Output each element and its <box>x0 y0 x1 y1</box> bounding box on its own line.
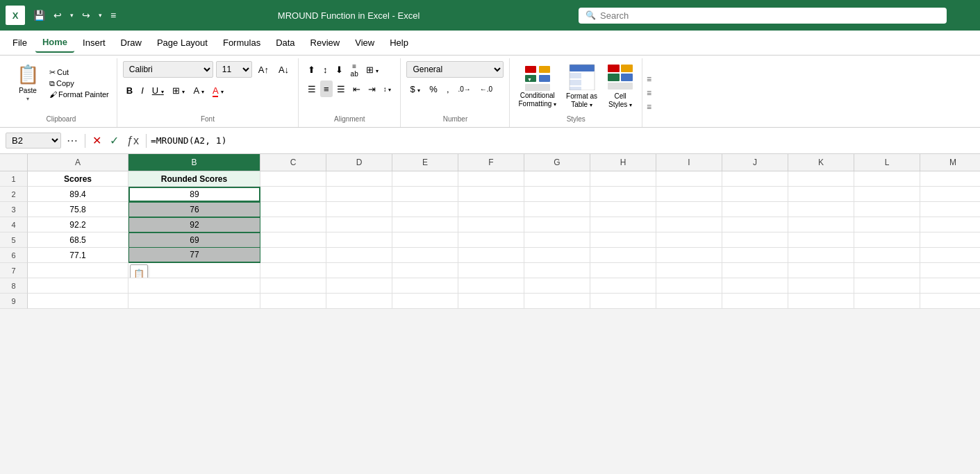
save-button[interactable]: 💾 <box>31 8 48 22</box>
cell-d6[interactable] <box>326 248 392 263</box>
undo-dropdown[interactable]: ▾ <box>67 10 76 20</box>
text-direction-button[interactable]: ↕ ▾ <box>380 81 395 97</box>
col-header-c[interactable]: C <box>260 154 326 171</box>
cell-f6[interactable] <box>458 248 524 263</box>
col-header-l[interactable]: L <box>854 154 920 171</box>
col-header-e[interactable]: E <box>392 154 458 171</box>
menu-insert[interactable]: Insert <box>76 33 113 52</box>
align-middle-button[interactable]: ↕ <box>319 61 331 78</box>
cell-l6[interactable] <box>854 248 920 263</box>
cell-j8[interactable] <box>722 278 788 294</box>
col-header-j[interactable]: J <box>722 154 788 171</box>
customize-quick-access[interactable]: ≡ <box>108 8 119 22</box>
conditional-formatting-button[interactable]: ▼ Conditional Formatting ▾ <box>515 62 559 111</box>
cell-i1[interactable] <box>656 171 722 187</box>
cell-d8[interactable] <box>326 278 392 294</box>
cell-g6[interactable] <box>524 248 590 263</box>
cell-a1[interactable]: Scores <box>28 171 128 187</box>
cell-j5[interactable] <box>722 232 788 248</box>
row-num-1[interactable]: 1 <box>0 171 28 187</box>
cell-h2[interactable] <box>590 187 656 202</box>
confirm-formula-button[interactable]: ✓ <box>107 133 122 149</box>
cell-d3[interactable] <box>326 202 392 217</box>
cell-d4[interactable] <box>326 217 392 232</box>
cut-button[interactable]: ✂ Cut <box>47 67 111 78</box>
cell-l4[interactable] <box>854 217 920 232</box>
cell-m1[interactable] <box>920 171 980 187</box>
cell-c5[interactable] <box>260 232 326 248</box>
cell-c2[interactable] <box>260 187 326 202</box>
col-header-d[interactable]: D <box>326 154 392 171</box>
align-right-button[interactable]: ☰ <box>333 81 349 97</box>
cell-a8[interactable] <box>28 278 128 294</box>
cell-k3[interactable] <box>788 202 854 217</box>
cell-m9[interactable] <box>920 294 980 309</box>
menu-formulas[interactable]: Formulas <box>216 33 267 52</box>
cell-f1[interactable] <box>458 171 524 187</box>
cell-e9[interactable] <box>392 294 458 309</box>
cell-g3[interactable] <box>524 202 590 217</box>
fill-color-button[interactable]: A ▾ <box>190 82 208 99</box>
cell-j7[interactable] <box>722 263 788 278</box>
cell-a9[interactable] <box>28 294 128 309</box>
cell-e6[interactable] <box>392 248 458 263</box>
cell-g4[interactable] <box>524 217 590 232</box>
font-color-button[interactable]: A ▾ <box>209 82 227 99</box>
increase-decimal-button[interactable]: ←.0 <box>476 81 496 97</box>
cell-m5[interactable] <box>920 232 980 248</box>
cell-d1[interactable] <box>326 171 392 187</box>
cell-k9[interactable] <box>788 294 854 309</box>
cell-l8[interactable] <box>854 278 920 294</box>
cell-c3[interactable] <box>260 202 326 217</box>
cell-h1[interactable] <box>590 171 656 187</box>
cell-k6[interactable] <box>788 248 854 263</box>
bold-button[interactable]: B <box>123 82 136 99</box>
cell-g2[interactable] <box>524 187 590 202</box>
cell-a4[interactable]: 92.2 <box>28 217 128 232</box>
cell-c6[interactable] <box>260 248 326 263</box>
cell-l9[interactable] <box>854 294 920 309</box>
cell-j4[interactable] <box>722 217 788 232</box>
paste-button[interactable]: 📋 Paste ▾ <box>11 61 44 105</box>
cancel-formula-button[interactable]: ✕ <box>90 133 104 149</box>
redo-button[interactable]: ↪ <box>79 8 93 22</box>
cell-k4[interactable] <box>788 217 854 232</box>
cell-e3[interactable] <box>392 202 458 217</box>
cell-i3[interactable] <box>656 202 722 217</box>
cell-reference-box[interactable]: B2 <box>6 133 61 149</box>
menu-file[interactable]: File <box>6 33 34 52</box>
cell-m7[interactable] <box>920 263 980 278</box>
cell-c4[interactable] <box>260 217 326 232</box>
row-num-2[interactable]: 2 <box>0 187 28 202</box>
cell-b1[interactable]: Rounded Scores <box>128 171 260 187</box>
copy-button[interactable]: ⧉ Copy <box>47 78 111 89</box>
cell-j2[interactable] <box>722 187 788 202</box>
cell-h5[interactable] <box>590 232 656 248</box>
search-input[interactable] <box>600 10 940 21</box>
cell-f9[interactable] <box>458 294 524 309</box>
cell-h6[interactable] <box>590 248 656 263</box>
cell-b2[interactable]: 89 <box>128 187 260 202</box>
decrease-decimal-button[interactable]: .0→ <box>455 81 474 97</box>
cell-e4[interactable] <box>392 217 458 232</box>
cell-g7[interactable] <box>524 263 590 278</box>
row-num-9[interactable]: 9 <box>0 294 28 309</box>
cell-g9[interactable] <box>524 294 590 309</box>
cell-i2[interactable] <box>656 187 722 202</box>
cell-a6[interactable]: 77.1 <box>28 248 128 263</box>
cell-e5[interactable] <box>392 232 458 248</box>
cell-b7[interactable]: 📋 <box>128 263 260 278</box>
cell-g5[interactable] <box>524 232 590 248</box>
col-header-i[interactable]: I <box>656 154 722 171</box>
search-bar[interactable]: 🔍 <box>579 8 947 24</box>
row-num-7[interactable]: 7 <box>0 263 28 278</box>
merge-center-button[interactable]: ⊞ ▾ <box>363 61 383 78</box>
cell-k2[interactable] <box>788 187 854 202</box>
font-size-select[interactable]: 11 8 9 10 12 14 16 18 20 <box>216 61 252 78</box>
wrap-text-button[interactable]: ≡ab <box>347 61 362 78</box>
formula-input[interactable] <box>151 135 974 146</box>
font-family-select[interactable]: Calibri <box>123 61 213 78</box>
cell-f4[interactable] <box>458 217 524 232</box>
cell-f7[interactable] <box>458 263 524 278</box>
cell-b9[interactable] <box>128 294 260 309</box>
